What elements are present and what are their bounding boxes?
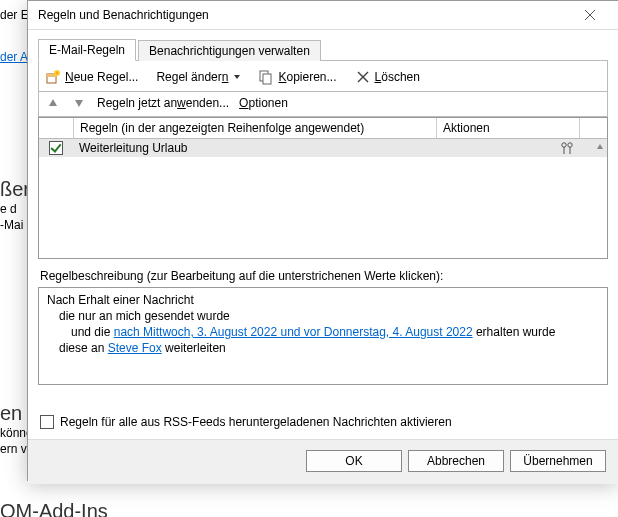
copy-icon bbox=[258, 69, 274, 85]
ok-button[interactable]: OK bbox=[306, 450, 402, 472]
rules-table-body[interactable]: Weiterleitung Urlaub bbox=[39, 139, 607, 258]
background-link[interactable]: der A bbox=[0, 50, 28, 64]
rules-table-header: Regeln (in der angezeigten Reihenfolge a… bbox=[39, 118, 607, 139]
rules-table: Regeln (in der angezeigten Reihenfolge a… bbox=[38, 117, 608, 259]
cancel-button[interactable]: Abbrechen bbox=[408, 450, 504, 472]
copy-button[interactable]: Kopieren... bbox=[256, 67, 338, 87]
sub-toolbar: Regeln jetzt anwenden... Optionen bbox=[38, 92, 608, 117]
tab-manage-alerts[interactable]: Benachrichtigungen verwalten bbox=[138, 40, 321, 61]
actions-icon bbox=[560, 141, 574, 155]
description-box: Nach Erhalt einer Nachricht die nur an m… bbox=[38, 287, 608, 385]
scroll-up[interactable] bbox=[592, 139, 607, 154]
delete-icon bbox=[355, 69, 371, 85]
options-button[interactable]: Optionen bbox=[239, 96, 288, 110]
description-label: Regelbeschreibung (zur Bearbeitung auf d… bbox=[40, 269, 606, 283]
desc-line-1: Nach Erhalt einer Nachricht bbox=[47, 292, 599, 308]
date-range-link[interactable]: nach Mittwoch, 3. August 2022 und vor Do… bbox=[114, 325, 473, 339]
row-rule-name[interactable]: Weiterleitung Urlaub bbox=[73, 140, 438, 156]
col-actions[interactable]: Aktionen bbox=[437, 118, 580, 138]
col-rule[interactable]: Regeln (in der angezeigten Reihenfolge a… bbox=[74, 118, 437, 138]
rss-checkbox-row[interactable]: Regeln für alle aus RSS-Feeds herunterge… bbox=[40, 415, 606, 429]
titlebar: Regeln und Benachrichtigungen bbox=[28, 1, 618, 30]
new-rule-icon bbox=[45, 69, 61, 85]
rss-checkbox-label: Regeln für alle aus RSS-Feeds herunterge… bbox=[60, 415, 452, 429]
apply-button[interactable]: Übernehmen bbox=[510, 450, 606, 472]
col-checkbox[interactable] bbox=[39, 118, 74, 138]
tabs: E-Mail-Regeln Benachrichtigungen verwalt… bbox=[38, 36, 608, 61]
close-button[interactable] bbox=[570, 1, 610, 29]
svg-point-13 bbox=[568, 143, 572, 147]
row-checkbox-cell[interactable] bbox=[39, 140, 73, 156]
svg-marker-9 bbox=[49, 99, 57, 106]
recipient-link[interactable]: Steve Fox bbox=[108, 341, 162, 355]
dialog-title: Regeln und Benachrichtigungen bbox=[38, 8, 570, 22]
desc-line-3: und die nach Mittwoch, 3. August 2022 un… bbox=[47, 324, 599, 340]
close-icon bbox=[585, 10, 595, 20]
change-rule-dropdown[interactable]: Regel ändern bbox=[154, 68, 242, 86]
svg-rect-6 bbox=[263, 74, 271, 84]
svg-marker-10 bbox=[75, 100, 83, 107]
desc-line-2: die nur an mich gesendet wurde bbox=[47, 308, 599, 324]
delete-button[interactable]: Löschen bbox=[353, 67, 422, 87]
run-rules-now-button[interactable]: Regeln jetzt anwenden... bbox=[97, 96, 229, 110]
dialog-buttons: OK Abbrechen Übernehmen bbox=[28, 439, 618, 484]
desc-line-4: diese an Steve Fox weiterleiten bbox=[47, 340, 599, 356]
move-down-button[interactable] bbox=[71, 96, 87, 110]
rules-dialog: Regeln und Benachrichtigungen E-Mail-Reg… bbox=[27, 0, 618, 481]
svg-marker-15 bbox=[597, 144, 603, 149]
row-actions-cell bbox=[438, 140, 580, 156]
table-row[interactable]: Weiterleitung Urlaub bbox=[39, 139, 607, 157]
rss-checkbox[interactable] bbox=[40, 415, 54, 429]
new-rule-button[interactable]: Neue Regel... bbox=[43, 67, 140, 87]
toolbar: Neue Regel... Regel ändern Kopieren... L… bbox=[38, 61, 608, 92]
move-up-button[interactable] bbox=[45, 96, 61, 110]
row-checkbox[interactable] bbox=[49, 141, 63, 155]
tab-email-rules[interactable]: E-Mail-Regeln bbox=[38, 39, 136, 61]
col-scroll bbox=[580, 118, 607, 138]
svg-point-11 bbox=[562, 143, 566, 147]
